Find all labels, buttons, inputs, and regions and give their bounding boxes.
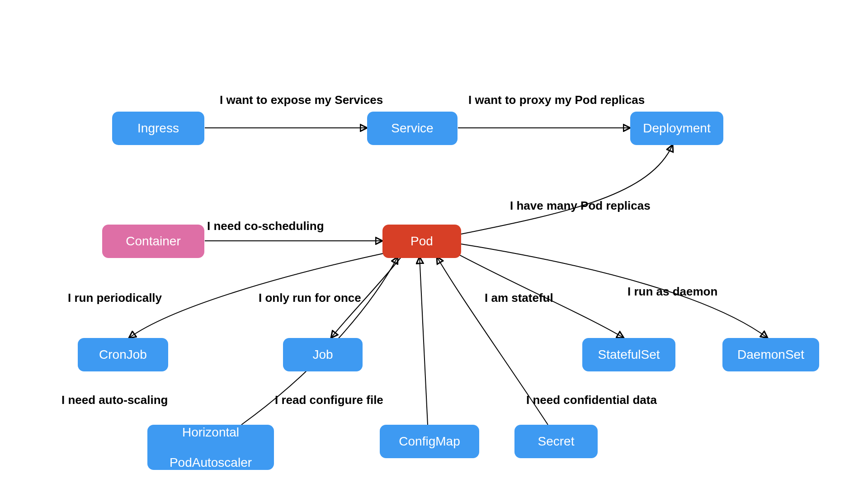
node-secret: Secret: [514, 425, 598, 458]
node-hpa-line2: PodAutoscaler: [170, 455, 252, 470]
label-pod-daemonset: I run as daemon: [627, 285, 717, 299]
label-configmap-pod: I read configure file: [275, 393, 383, 407]
node-deployment: Deployment: [630, 112, 723, 145]
node-configmap: ConfigMap: [380, 425, 479, 458]
node-hpa-line1: Horizontal: [182, 425, 239, 440]
label-secret-pod: I need confidential data: [526, 393, 657, 407]
edge-pod-deployment: [461, 145, 673, 234]
node-statefulset: StatefulSet: [582, 338, 675, 371]
label-hpa-pod: I need auto-scaling: [61, 393, 168, 407]
diagram-canvas: I want to expose my Services I want to p…: [0, 0, 868, 488]
node-ingress: Ingress: [112, 112, 204, 145]
node-service: Service: [367, 112, 458, 145]
label-pod-deployment: I have many Pod replicas: [510, 199, 651, 213]
edge-configmap-pod: [420, 257, 428, 425]
label-service-deployment: I want to proxy my Pod replicas: [468, 93, 645, 107]
label-ingress-service: I want to expose my Services: [220, 93, 383, 107]
node-container: Container: [102, 225, 204, 258]
node-daemonset: DaemonSet: [722, 338, 819, 371]
node-pod: Pod: [382, 225, 461, 258]
node-job: Job: [283, 338, 363, 371]
node-cronjob: CronJob: [78, 338, 168, 371]
label-pod-statefulset: I am stateful: [485, 291, 553, 305]
label-container-pod: I need co-scheduling: [207, 219, 324, 233]
label-pod-cronjob: I run periodically: [68, 291, 162, 305]
node-hpa: Horizontal PodAutoscaler: [147, 425, 274, 470]
label-pod-job: I only run for once: [259, 291, 361, 305]
